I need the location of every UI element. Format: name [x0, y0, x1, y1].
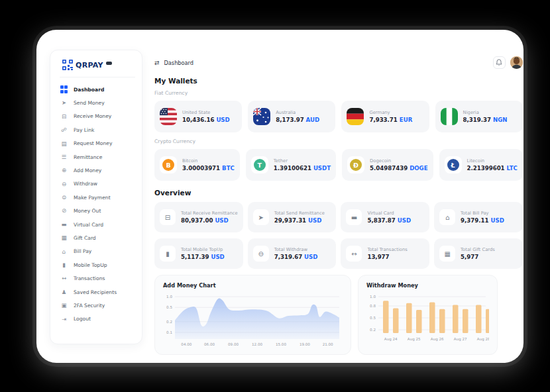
stat-card-total-receive-remittance: ⊟Total Receive Remittance80,937.00 USD	[154, 202, 243, 232]
sidebar-item-gift-card[interactable]: ▦Gift Card	[60, 231, 135, 244]
wallet-balance: 1.39100621 USDT	[274, 165, 331, 172]
sidebar-item-transactions[interactable]: ↔Transactions	[60, 271, 135, 285]
notification-button[interactable]	[493, 56, 506, 69]
sidebar-item-label: Dashboard	[74, 87, 104, 93]
add-money-area-chart: 1.00.50.20.104.0006.0009.0012.0015.0019.…	[163, 291, 343, 352]
stat-card-total-bill-pay: ⌂Total Bill Pay9,379.11 USD	[434, 202, 523, 232]
card-icon: ▬	[60, 222, 68, 228]
svg-text:Aug 24: Aug 24	[384, 337, 398, 342]
wallet-currency-code: EUR	[400, 117, 412, 123]
wallet-currency-code: BTC	[222, 165, 235, 172]
sidebar-menu: Dashboard➤Send Money⊟Receive Money☍Pay L…	[60, 83, 135, 326]
sidebar-item-withdraw[interactable]: ⊖Withdraw	[60, 177, 135, 191]
bitcoin-coin-icon: B	[160, 156, 177, 173]
fiat-wallet-australia[interactable]: Australia8,173.97 AUD	[248, 101, 335, 132]
add-money-chart-card: Add Money Chart 1.00.50.20.104.0006.0009…	[154, 275, 351, 355]
crypto-wallet-litecoin[interactable]: ŁLitecoin2.21399601 LTC	[439, 149, 523, 181]
wallet-name: Dogecoin	[370, 158, 427, 164]
wallet-currency-code: USD	[216, 117, 229, 123]
sidebar-item-pay-link[interactable]: ☍Pay Link	[60, 123, 135, 136]
swap-arrows-icon: ⇄	[154, 60, 160, 66]
sidebar-item-2fa-security[interactable]: ▣2FA Security	[60, 299, 135, 312]
stat-unit: USD	[308, 217, 321, 224]
payment-icon: ⊜	[60, 195, 68, 201]
main-content: ⇄ Dashboard	[142, 30, 540, 363]
overview-stats-row-2: ▮Total Mobile TopUp5,117.39 USD⊖Total Wi…	[154, 238, 523, 269]
stat-unit: USD	[211, 254, 224, 260]
sidebar-item-add-money[interactable]: ⊕Add Money	[60, 164, 135, 177]
stat-label: Total Bill Pay	[461, 211, 504, 216]
svg-text:19.00: 19.00	[300, 342, 310, 346]
sidebar-item-money-out[interactable]: ⊘Money Out	[60, 205, 135, 218]
svg-text:Aug 28: Aug 28	[477, 337, 489, 342]
au-flag-icon	[253, 108, 270, 125]
sidebar-item-mobile-topup[interactable]: ▮Mobile TopUp	[60, 258, 135, 271]
fiat-wallet-nigeria[interactable]: Nigeria8,319.37 NGN	[435, 101, 523, 132]
logout-icon: ⇥	[60, 317, 68, 322]
withdraw-money-bar-chart: 1.00.80.50.2Aug 24Aug 25Aug 26Aug 27Aug …	[366, 291, 489, 352]
stat-label: Total Send Remittance	[274, 211, 325, 216]
svg-text:0.1: 0.1	[166, 330, 172, 334]
stat-label: Total Withdraw	[274, 247, 318, 252]
wallet-balance: 2.21399601 LTC	[467, 165, 518, 172]
sidebar-item-make-payment[interactable]: ⊜Make Payment	[60, 191, 135, 204]
svg-text:0.2: 0.2	[166, 320, 172, 324]
sidebar-item-receive-money[interactable]: ⊟Receive Money	[60, 110, 135, 123]
ng-flag-icon	[441, 108, 458, 125]
remittance-icon: ☰	[60, 154, 68, 160]
transactions-icon: ↔	[346, 246, 362, 262]
fiat-wallets-row: United State10,436.16 USD Australia8,173…	[154, 101, 523, 132]
svg-text:21.00: 21.00	[323, 342, 333, 346]
sidebar-item-remittance[interactable]: ☰Remittance	[60, 150, 135, 164]
gift-icon: ▦	[60, 235, 68, 241]
sidebar-item-bill-pay[interactable]: ⌂Bill Pay	[60, 245, 135, 258]
sidebar-item-saved-recipients[interactable]: ♟Saved Recipients	[60, 285, 135, 299]
wallet-name: Tether	[274, 158, 331, 164]
svg-text:0.5: 0.5	[370, 316, 376, 320]
sidebar-item-label: Add Money	[74, 168, 101, 173]
crypto-wallet-dogecoin[interactable]: ÐDogecoin5.04987439 DOGE	[342, 149, 433, 181]
stat-card-total-withdraw: ⊖Total Withdraw7,319.67 USD	[248, 238, 337, 269]
sidebar-item-dashboard[interactable]: Dashboard	[60, 83, 135, 96]
breadcrumb[interactable]: Dashboard	[164, 60, 193, 66]
sidebar-item-label: Saved Recipients	[74, 289, 117, 295]
stat-card-total-gift-cards: ▦Total Gift Cards5,977	[434, 238, 523, 269]
logo[interactable]: QRPAY	[60, 58, 135, 77]
logo-text: QRPAY	[76, 61, 103, 70]
wallet-balance: 8,173.97 AUD	[276, 117, 319, 123]
wallet-name: Bitcoin	[182, 158, 235, 164]
shield-icon: ▣	[60, 303, 68, 309]
dogecoin-coin-icon: Ð	[347, 156, 364, 173]
user-avatar[interactable]	[510, 56, 523, 69]
phone-icon: ▮	[60, 262, 68, 268]
wallet-balance: 5.04987439 DOGE	[370, 165, 427, 172]
sidebar-item-label: Virtual Card	[74, 222, 103, 228]
svg-text:09.00: 09.00	[228, 342, 239, 346]
stat-label: Total Transactions	[367, 247, 407, 252]
wallet-currency-code: NGN	[493, 117, 507, 123]
svg-text:1.0: 1.0	[166, 295, 172, 299]
wallet-currency-code: AUD	[306, 117, 320, 123]
wallet-name: Germany	[369, 110, 412, 115]
sidebar-item-request-money[interactable]: ▤Request Money	[60, 137, 135, 150]
sidebar-item-logout[interactable]: ⇥Logout	[60, 313, 135, 326]
sidebar-item-label: Request Money	[74, 140, 112, 146]
topbar: ⇄ Dashboard	[154, 56, 523, 69]
sidebar-item-label: Make Payment	[74, 195, 111, 201]
withdraw-icon: ⊖	[60, 181, 68, 187]
svg-text:0.2: 0.2	[370, 328, 376, 332]
svg-text:12.00: 12.00	[252, 342, 262, 346]
person-icon: ♟	[60, 289, 68, 295]
phone-icon: ▮	[160, 246, 176, 262]
sidebar-item-virtual-card[interactable]: ▬Virtual Card	[60, 218, 135, 231]
crypto-wallet-bitcoin[interactable]: BBitcoin3.00003971 BTC	[154, 149, 240, 181]
sidebar-item-label: Receive Money	[74, 113, 111, 119]
sidebar-item-send-money[interactable]: ➤Send Money	[60, 96, 135, 109]
crypto-wallet-tether[interactable]: TTether1.39100621 USDT	[246, 149, 336, 181]
svg-text:1.0: 1.0	[370, 295, 376, 299]
sidebar-item-label: Bill Pay	[74, 248, 91, 254]
fiat-wallet-united-state[interactable]: United State10,436.16 USD	[154, 101, 242, 132]
request-icon: ▤	[60, 141, 68, 147]
transactions-icon: ↔	[60, 275, 68, 281]
fiat-wallet-germany[interactable]: Germany7,933.71 EUR	[341, 101, 429, 132]
